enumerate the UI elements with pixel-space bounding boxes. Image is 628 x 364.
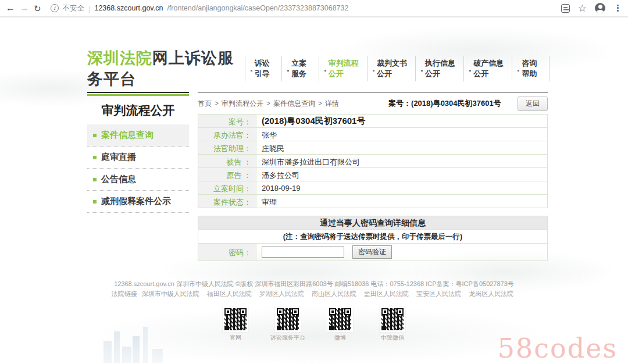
breadcrumb-separator: >: [215, 99, 219, 108]
qr-code-image: [381, 308, 404, 330]
browser-menu-icon[interactable]: ⋮: [613, 3, 622, 13]
site-brand: 深圳法院: [87, 49, 152, 67]
reload-icon[interactable]: ↻: [34, 4, 41, 13]
main-panel: 首页 > 审判流程公开 > 案件信息查询 > 详情 案号：(2018)粤0304…: [198, 92, 548, 261]
nav-item-litigation-guide[interactable]: 诉讼引导: [245, 56, 283, 81]
case-info-table: 案号： (2018)粤0304民初37601号 承办法官： 张华 法官助理： 庄…: [198, 114, 548, 208]
court-link[interactable]: 南山区人民法院: [312, 290, 356, 297]
breadcrumb-detail: 详情: [325, 99, 339, 109]
password-verify-button[interactable]: 密码验证: [352, 245, 392, 259]
qr-code-image: [329, 308, 351, 330]
sidebar-item-case-info-query[interactable]: 案件信息查询: [87, 124, 189, 147]
address-bar[interactable]: i 不安全 | 12368.szcourt.gov.cn /frontend/a…: [51, 3, 556, 13]
nav-item-case-filing[interactable]: 立案服务: [282, 56, 319, 81]
square-bullet-icon: [93, 134, 97, 137]
url-domain[interactable]: 12368.szcourt.gov.cn: [94, 4, 163, 12]
nav-bullet-icon: [287, 70, 289, 72]
site-title: 深圳法院网上诉讼服务平台: [87, 48, 245, 90]
sidebar-title: 审判流程公开: [87, 96, 189, 124]
address-separator: |: [88, 4, 90, 13]
court-links-label: 法院链接: [112, 290, 137, 297]
password-section-title: 通过当事人密码查询详细信息: [198, 216, 547, 230]
security-label[interactable]: 不安全: [63, 3, 85, 13]
breadcrumb-trial-process[interactable]: 审判流程公开: [222, 99, 263, 109]
case-number-heading: 案号：(2018)粤0304民初37601号: [388, 98, 501, 109]
qr-finder-pattern: [224, 326, 229, 330]
nav-item-label: 裁判文书公开: [377, 58, 410, 79]
breadcrumb-case-query[interactable]: 案件信息查询: [273, 99, 315, 109]
nav-item-judgment-documents[interactable]: 裁判文书公开: [367, 56, 416, 81]
password-section-note: (注：查询密码将于送达传票时提供，印于传票最后一行): [198, 230, 547, 244]
row-value: 张华: [256, 128, 547, 141]
sidebar-item-court-live[interactable]: 庭审直播: [87, 147, 189, 169]
table-row: 法官助理： 庄晓民: [198, 141, 547, 155]
court-link[interactable]: 盐田区人民法院: [364, 290, 409, 297]
square-bullet-icon: [93, 156, 97, 159]
court-link[interactable]: 罗湖区人民法院: [259, 290, 304, 297]
table-row: 承办法官： 张华: [198, 128, 547, 141]
row-label: 案号：: [198, 115, 256, 127]
row-label: 立案时间：: [198, 181, 256, 194]
row-value: 审理: [256, 195, 547, 208]
info-icon[interactable]: i: [51, 4, 59, 12]
table-row: 立案时间： 2018-09-19: [198, 181, 547, 195]
breadcrumb-home[interactable]: 首页: [198, 99, 212, 109]
password-label: 密码：: [198, 244, 256, 260]
qr-item-official-site: 官网: [217, 308, 254, 342]
qr-label: 诉讼服务平台: [270, 334, 305, 342]
back-icon[interactable]: ←: [6, 3, 15, 13]
qr-finder-pattern: [381, 326, 386, 330]
nav-bullet-icon: [469, 70, 471, 72]
row-value: 潘多拉公司: [256, 168, 547, 181]
court-link[interactable]: 深圳市中级人民法院: [142, 290, 199, 297]
table-row: 案号： (2018)粤0304民初37601号: [198, 115, 547, 128]
footer-court-links: 法院链接 深圳市中级人民法院 福田区人民法院 罗湖区人民法院 南山区人民法院 盐…: [0, 289, 628, 299]
qr-code-row: 官网 诉讼服务平台 微博 中院微信: [0, 308, 628, 342]
bookmark-star-icon[interactable]: ☆: [578, 3, 587, 13]
nav-item-label: 审判流程公开: [329, 58, 362, 79]
square-bullet-icon: [93, 200, 97, 204]
court-link[interactable]: 龙岗区人民法院: [469, 290, 513, 297]
sidebar-item-label: 公告信息: [101, 174, 136, 185]
content-area: 审判流程公开 案件信息查询 庭审直播 公告信息 减刑假释案件公示 首页 > 审判…: [87, 92, 548, 261]
password-input[interactable]: [262, 247, 344, 258]
qr-item-wechat: 中院微信: [374, 308, 411, 342]
qr-label: 中院微信: [381, 334, 404, 342]
profile-avatar-icon[interactable]: [595, 3, 605, 13]
back-button[interactable]: 返回: [518, 97, 548, 111]
court-link[interactable]: 福田区人民法院: [207, 290, 252, 297]
nav-item-consult-help[interactable]: 咨询帮助: [512, 56, 550, 81]
page-body: 58codes 深圳法院网上诉讼服务平台 诉讼引导 立案服务 审判流程公开 裁判…: [0, 19, 628, 364]
password-row: 密码： 密码验证: [198, 244, 547, 260]
table-row: 原告 ： 潘多拉公司: [198, 168, 547, 181]
url-path[interactable]: /frontend/anjiangongkai/caseOpen/2337323…: [167, 4, 348, 12]
sidebar-item-announcements[interactable]: 公告信息: [87, 169, 189, 191]
nav-item-enforcement-info[interactable]: 执行信息公开: [416, 56, 464, 81]
sidebar-item-label: 案件信息查询: [101, 130, 154, 141]
case-number-value: (2018)粤0304民初37601号: [411, 99, 501, 108]
nav-bullet-icon: [518, 70, 519, 72]
forward-icon[interactable]: →: [20, 3, 29, 13]
table-row: 被告 ： 深圳市潘多拉进出口有限公司: [198, 155, 547, 168]
qr-label: 官网: [230, 334, 241, 342]
footer: 12368.szcourt.gov.cn 深圳市中级人民法院 ©版权 深圳市福田…: [0, 279, 628, 342]
nav-bullet-icon: [373, 70, 374, 72]
row-label: 原告 ：: [198, 168, 256, 181]
breadcrumb-row: 首页 > 审判流程公开 > 案件信息查询 > 详情 案号：(2018)粤0304…: [198, 93, 548, 114]
qr-finder-pattern: [329, 326, 334, 330]
translate-icon[interactable]: [561, 4, 570, 13]
row-label: 法官助理：: [198, 141, 256, 154]
nav-item-trial-process[interactable]: 审判流程公开: [319, 56, 367, 81]
table-row: 案件状态： 审理: [198, 195, 547, 208]
court-link[interactable]: 宝安区人民法院: [416, 290, 461, 297]
nav-item-bankruptcy-info[interactable]: 破产信息公开: [464, 56, 512, 81]
breadcrumb-separator: >: [266, 99, 270, 108]
row-label: 案件状态：: [198, 195, 256, 208]
nav-item-label: 诉讼引导: [255, 58, 277, 79]
top-nav: 诉讼引导 立案服务 审判流程公开 裁判文书公开 执行信息公开 破产信息公开 咨询…: [245, 56, 550, 81]
breadcrumb-separator: >: [318, 99, 322, 108]
row-value: (2018)粤0304民初37601号: [256, 115, 547, 127]
sidebar-item-sentence-reduction[interactable]: 减刑假释案件公示: [87, 191, 189, 213]
nav-bullet-icon: [324, 70, 326, 72]
qr-code-image: [277, 308, 299, 330]
